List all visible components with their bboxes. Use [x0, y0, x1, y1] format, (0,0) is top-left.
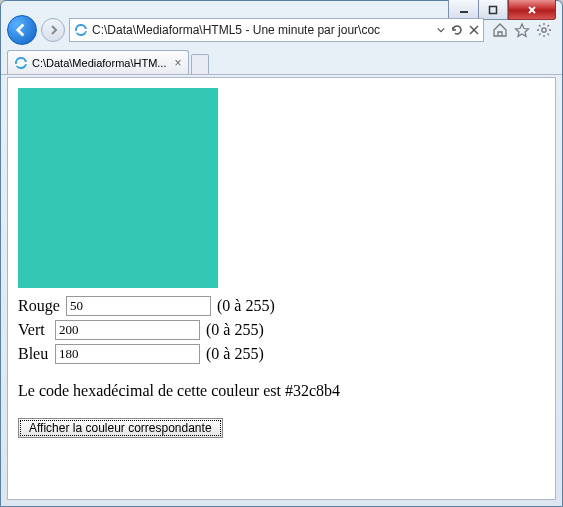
hint-bleu: (0 à 255)	[206, 345, 264, 363]
hint-vert: (0 à 255)	[206, 321, 264, 339]
row-bleu: Bleu (0 à 255)	[18, 344, 545, 364]
stop-icon[interactable]	[469, 25, 479, 35]
toolbar-icons	[488, 22, 556, 38]
new-tab-button[interactable]	[191, 54, 209, 74]
minimize-icon	[459, 5, 469, 15]
arrow-right-icon	[48, 25, 58, 35]
home-icon[interactable]	[492, 22, 508, 38]
hint-rouge: (0 à 255)	[217, 297, 275, 315]
star-icon[interactable]	[514, 22, 530, 38]
back-button[interactable]	[7, 15, 37, 45]
result-line: Le code hexadécimal de cette couleur est…	[18, 382, 545, 400]
svg-rect-1	[490, 6, 497, 13]
arrow-left-icon	[15, 23, 29, 37]
color-form: Rouge (0 à 255) Vert (0 à 255) Bleu (0 à…	[18, 296, 545, 364]
address-bar[interactable]: C:\Data\Mediaforma\HTML5 - Une minute pa…	[69, 18, 484, 42]
gear-icon[interactable]	[536, 22, 552, 38]
forward-button[interactable]	[41, 18, 65, 42]
page-content: Rouge (0 à 255) Vert (0 à 255) Bleu (0 à…	[7, 77, 556, 500]
ie-icon	[74, 23, 88, 37]
maximize-button[interactable]	[478, 0, 508, 20]
browser-window: C:\Data\Mediaforma\HTML5 - Une minute pa…	[0, 0, 563, 507]
chevron-down-icon[interactable]	[437, 26, 445, 34]
tab-title: C:\Data\Mediaforma\HTM...	[32, 57, 166, 69]
maximize-icon	[488, 5, 498, 15]
input-rouge[interactable]	[66, 296, 211, 316]
row-rouge: Rouge (0 à 255)	[18, 296, 545, 316]
svg-point-6	[542, 28, 546, 32]
result-prefix: Le code hexadécimal de cette couleur est	[18, 382, 285, 399]
tab-active[interactable]: C:\Data\Mediaforma\HTM... ×	[7, 50, 189, 74]
ie-icon	[14, 56, 28, 70]
label-vert: Vert	[18, 321, 51, 339]
close-icon	[527, 5, 537, 15]
address-controls	[437, 24, 479, 36]
result-code: #32c8b4	[285, 382, 340, 399]
address-text: C:\Data\Mediaforma\HTML5 - Une minute pa…	[92, 23, 433, 37]
input-vert[interactable]	[55, 320, 200, 340]
color-swatch	[18, 88, 218, 288]
tabbar: C:\Data\Mediaforma\HTM... ×	[1, 47, 562, 75]
row-vert: Vert (0 à 255)	[18, 320, 545, 340]
tab-close-icon[interactable]: ×	[174, 56, 181, 70]
show-color-button[interactable]: Afficher la couleur correspondante	[18, 418, 223, 438]
navbar: C:\Data\Mediaforma\HTML5 - Une minute pa…	[1, 13, 562, 47]
close-button[interactable]	[508, 0, 556, 20]
label-rouge: Rouge	[18, 297, 62, 315]
titlebar	[1, 1, 562, 13]
label-bleu: Bleu	[18, 345, 51, 363]
input-bleu[interactable]	[55, 344, 200, 364]
minimize-button[interactable]	[448, 0, 478, 20]
refresh-icon[interactable]	[451, 24, 463, 36]
window-controls	[448, 0, 556, 13]
